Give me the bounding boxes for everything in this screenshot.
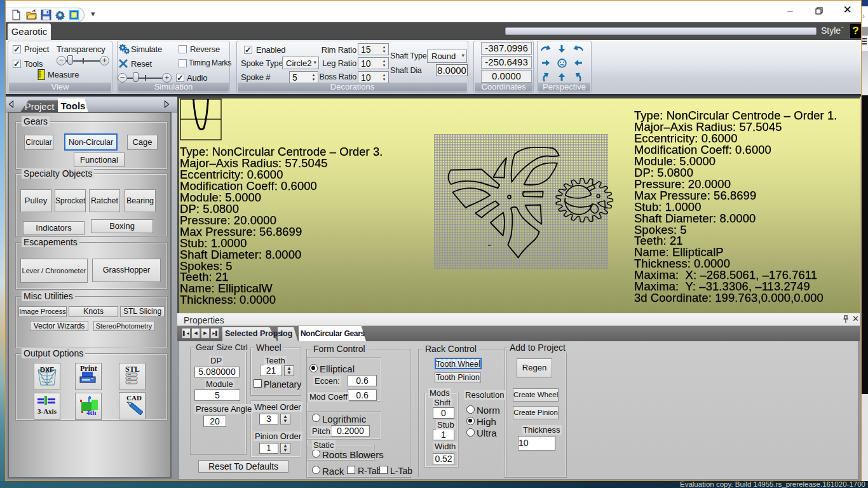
svg-text:CAD: CAD bbox=[126, 394, 142, 402]
svg-text:DXF: DXF bbox=[40, 366, 54, 374]
svg-text:STL: STL bbox=[125, 365, 140, 374]
svg-text:3-Axis: 3-Axis bbox=[37, 407, 57, 415]
svg-text:4th: 4th bbox=[86, 409, 96, 416]
svg-text:Print: Print bbox=[80, 364, 97, 373]
